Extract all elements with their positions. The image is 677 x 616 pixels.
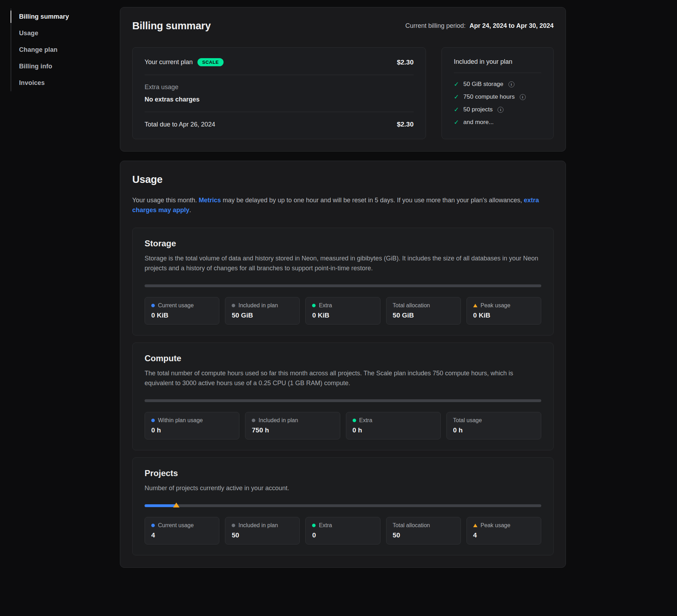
- stat-total-allocation: Total allocation 50: [386, 517, 461, 544]
- extra-dot-icon: [353, 419, 356, 422]
- total-due-amount: $2.30: [397, 121, 414, 128]
- current-usage-dot-icon: [151, 304, 155, 307]
- stat-label: Extra: [359, 417, 372, 424]
- peak-usage-marker-icon: [173, 503, 179, 507]
- page: Billing summary Usage Change plan Billin…: [0, 0, 677, 568]
- stat-value: 0 KiB: [473, 312, 535, 319]
- current-plan-label: Your current plan: [145, 58, 193, 66]
- info-icon[interactable]: i: [508, 81, 514, 87]
- usage-intro-text: may be delayed by up to one hour and wil…: [221, 197, 524, 204]
- stat-label: Extra: [319, 522, 332, 529]
- stat-value: 0: [312, 531, 373, 539]
- stat-label: Peak usage: [481, 522, 511, 529]
- stat-extra: Extra 0 h: [346, 412, 441, 439]
- stat-included-in-plan: Included in plan 50: [225, 517, 300, 544]
- stat-total-allocation: Total allocation 50 GiB: [386, 297, 461, 325]
- included-dot-icon: [232, 524, 235, 527]
- stat-value: 0 KiB: [151, 312, 213, 319]
- storage-description: Storage is the total volume of data and …: [145, 253, 541, 273]
- stat-total-usage: Total usage 0 h: [446, 412, 541, 439]
- included-in-plan-panel: Included in your plan ✓ 50 GiB storage i…: [441, 47, 554, 139]
- compute-title: Compute: [145, 353, 541, 363]
- billing-period-label: Current billing period:: [405, 22, 465, 29]
- stat-label: Current usage: [158, 302, 194, 309]
- stat-label: Included in plan: [238, 522, 278, 529]
- stat-value: 750 h: [252, 426, 333, 434]
- stat-current-usage: Current usage 4: [145, 517, 219, 544]
- divider: [145, 112, 414, 112]
- included-dot-icon: [252, 419, 255, 422]
- sidebar-item-change-plan[interactable]: Change plan: [11, 42, 120, 58]
- plan-amount: $2.30: [397, 58, 414, 66]
- stat-value: 4: [473, 531, 535, 539]
- check-icon: ✓: [454, 94, 459, 100]
- billing-summary-card: Billing summary Current billing period: …: [120, 7, 566, 152]
- compute-progress-bar: [145, 399, 541, 402]
- stat-value: 50: [393, 531, 454, 539]
- sidebar-item-billing-info[interactable]: Billing info: [11, 58, 120, 75]
- included-item-label: 50 GiB storage: [463, 81, 503, 88]
- included-dot-icon: [232, 304, 235, 307]
- stat-label: Extra: [319, 302, 332, 309]
- included-item-label: and more...: [463, 119, 494, 126]
- stat-label: Peak usage: [481, 302, 511, 309]
- peak-triangle-icon: [473, 524, 477, 527]
- info-icon[interactable]: i: [498, 107, 504, 113]
- divider: [145, 75, 414, 75]
- current-usage-dot-icon: [151, 524, 155, 527]
- stat-label: Included in plan: [258, 417, 298, 424]
- stat-label: Total allocation: [393, 522, 430, 529]
- usage-title: Usage: [132, 174, 554, 185]
- storage-stats: Current usage 0 KiB Included in plan 50 …: [145, 297, 541, 325]
- billing-sidebar: Billing summary Usage Change plan Billin…: [11, 7, 120, 568]
- current-plan-panel: Your current plan SCALE $2.30 Extra usag…: [132, 47, 426, 139]
- stat-extra: Extra 0 KiB: [305, 297, 380, 325]
- stat-within-plan-usage: Within plan usage 0 h: [145, 412, 239, 439]
- extra-dot-icon: [312, 304, 316, 307]
- usage-card: Usage Your usage this month. Metrics may…: [120, 161, 566, 568]
- included-item-projects: ✓ 50 projects i: [454, 106, 541, 113]
- stat-peak-usage: Peak usage 0 KiB: [466, 297, 541, 325]
- stat-label: Within plan usage: [158, 417, 203, 424]
- projects-section: Projects Number of projects currently ac…: [132, 457, 554, 555]
- projects-stats: Current usage 4 Included in plan 50 Extr…: [145, 517, 541, 544]
- usage-intro-text: Your usage this month.: [132, 197, 199, 204]
- extra-usage-value: No extras charges: [145, 96, 414, 103]
- within-plan-dot-icon: [151, 419, 155, 422]
- included-item-storage: ✓ 50 GiB storage i: [454, 81, 541, 88]
- stat-current-usage: Current usage 0 KiB: [145, 297, 219, 325]
- projects-title: Projects: [145, 468, 541, 478]
- stat-value: 50 GiB: [232, 312, 293, 319]
- current-plan-label-group: Your current plan SCALE: [145, 58, 224, 66]
- stat-label: Total usage: [453, 417, 482, 424]
- stat-value: 50: [232, 531, 293, 539]
- total-due-row: Total due to Apr 26, 2024 $2.30: [145, 121, 414, 128]
- sidebar-item-billing-summary[interactable]: Billing summary: [11, 8, 120, 25]
- stat-value: 0 h: [151, 426, 233, 434]
- billing-summary-title: Billing summary: [132, 20, 211, 32]
- stat-value: 50 GiB: [393, 312, 454, 319]
- current-plan-row: Your current plan SCALE $2.30: [145, 58, 414, 66]
- billing-panels: Your current plan SCALE $2.30 Extra usag…: [132, 47, 554, 139]
- included-in-plan-title: Included in your plan: [454, 58, 541, 66]
- included-item-compute: ✓ 750 compute hours i: [454, 93, 541, 100]
- sidebar-item-invoices[interactable]: Invoices: [11, 75, 120, 91]
- included-item-label: 750 compute hours: [463, 93, 515, 100]
- stat-extra: Extra 0: [305, 517, 380, 544]
- billing-period-value: Apr 24, 2024 to Apr 30, 2024: [470, 22, 554, 29]
- sidebar-item-usage[interactable]: Usage: [11, 25, 120, 42]
- stat-value: 4: [151, 531, 213, 539]
- compute-section: Compute The total number of compute hour…: [132, 343, 554, 450]
- storage-section: Storage Storage is the total volume of d…: [132, 228, 554, 335]
- usage-intro: Your usage this month. Metrics may be de…: [132, 195, 541, 215]
- stat-label: Included in plan: [238, 302, 278, 309]
- usage-intro-text: .: [189, 207, 191, 214]
- stat-value: 0 h: [353, 426, 434, 434]
- projects-progress-fill: [145, 504, 176, 507]
- metrics-link[interactable]: Metrics: [199, 197, 221, 204]
- info-icon[interactable]: i: [520, 94, 526, 100]
- stat-value: 0 KiB: [312, 312, 373, 319]
- extra-dot-icon: [312, 524, 316, 527]
- stat-label: Current usage: [158, 522, 194, 529]
- check-icon: ✓: [454, 106, 459, 113]
